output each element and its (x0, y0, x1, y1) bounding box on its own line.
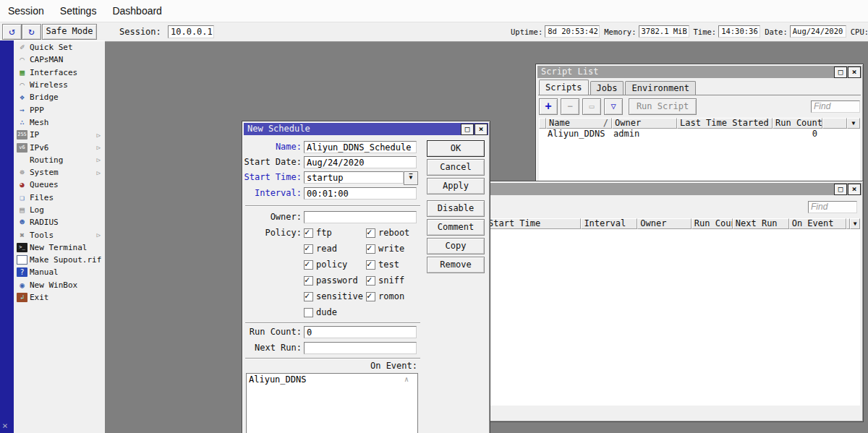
maximize-icon[interactable]: □ (461, 124, 474, 135)
script-find-input[interactable] (811, 100, 860, 113)
policy-sensitive-checkbox[interactable]: sensitive (304, 291, 363, 302)
ok-button[interactable]: OK (427, 140, 485, 157)
menu-dashboard[interactable]: Dashboard (104, 5, 170, 17)
owner-input[interactable] (304, 211, 417, 223)
redo-icon: ↻ (28, 25, 34, 37)
on-event-textarea[interactable]: Aliyun_DDNS (246, 373, 418, 433)
redo-button[interactable]: ↻ (22, 24, 41, 40)
sidebar-item-tools[interactable]: ✖Tools▷ (14, 228, 105, 241)
checkbox-icon (366, 244, 375, 254)
scroll-up-icon[interactable]: ∧ (404, 375, 409, 383)
script-list-titlebar[interactable]: Script List □ × (537, 66, 861, 78)
session-address[interactable]: 10.0.0.1 (168, 25, 214, 38)
sidebar-item-ipv6[interactable]: v6IPv6▷ (14, 141, 105, 153)
sidebar-item-queues[interactable]: ◕Queues (14, 179, 105, 191)
next-run-column-header[interactable]: Next Run (733, 218, 789, 229)
sidebar-item-system[interactable]: ☸System▷ (14, 166, 105, 179)
flag-column-header[interactable] (539, 118, 546, 129)
sidebar-item-files[interactable]: ❏Files (14, 192, 105, 204)
undo-button[interactable]: ↺ (2, 24, 22, 40)
start-time-dropdown-button[interactable]: ▼ (404, 171, 418, 185)
column-chooser-dropdown[interactable]: ▼ (850, 218, 860, 229)
maximize-icon[interactable]: □ (834, 67, 847, 78)
run-count-column-header[interactable]: Run Count (773, 118, 822, 129)
owner-column-header[interactable]: Owner (612, 118, 677, 129)
column-chooser-dropdown[interactable]: ▼ (847, 118, 860, 129)
policy-ftp-checkbox[interactable]: ftp (304, 227, 332, 239)
apply-button[interactable]: Apply (427, 178, 485, 194)
menu-settings[interactable]: Settings (52, 5, 105, 17)
run-script-button[interactable]: Run Script (629, 98, 697, 115)
owner-column-header[interactable]: Owner (637, 218, 692, 229)
time-label: Time: (694, 27, 717, 36)
sidebar-item-quick-set[interactable]: ✐Quick Set (14, 41, 105, 53)
policy-policy-checkbox[interactable]: policy (304, 259, 347, 270)
sidebar-item-capsman[interactable]: ◠CAPsMAN (14, 53, 105, 66)
ppp-icon: → (17, 106, 27, 115)
policy-sniff-checkbox[interactable]: sniff (366, 275, 404, 286)
sidebar-item-interfaces[interactable]: ▦Interfaces (14, 67, 105, 79)
tab-scripts[interactable]: Scripts (539, 80, 589, 95)
on-event-column-header[interactable]: On Event (789, 218, 847, 229)
sidebar-item-make-supout[interactable]: Make Supout.rif (14, 254, 105, 266)
start-date-input[interactable] (304, 156, 417, 168)
scheduler-titlebar[interactable]: □ × (436, 183, 861, 195)
interval-input[interactable] (304, 187, 417, 200)
filter-icon-button[interactable]: ▽ (604, 98, 623, 115)
tab-jobs[interactable]: Jobs (590, 81, 624, 95)
tab-environment[interactable]: Environment (625, 81, 695, 95)
policy-password-checkbox[interactable]: password (304, 275, 358, 286)
sidebar-item-ip[interactable]: 255IP▷ (14, 129, 105, 141)
sidebar-item-wireless[interactable]: ◠Wireless (14, 79, 105, 91)
script-table-row[interactable]: Aliyun_DDNS admin 0 (539, 129, 860, 139)
policy-read-checkbox[interactable]: read (304, 243, 337, 254)
new-schedule-titlebar[interactable]: New Schedule □ × (244, 123, 488, 135)
sidebar-item-bridge[interactable]: ❖Bridge (14, 91, 105, 103)
sidebar-item-new-terminal[interactable]: >_New Terminal (14, 241, 105, 254)
log-icon: ▤ (17, 205, 27, 215)
policy-reboot-checkbox[interactable]: reboot (366, 227, 409, 239)
sidebar-item-exit[interactable]: ↲Exit (14, 291, 105, 304)
copy-button[interactable]: Copy (427, 238, 485, 254)
remove-button[interactable]: − (561, 98, 579, 115)
run-count-input[interactable] (304, 326, 417, 338)
menu-session[interactable]: Session (0, 5, 52, 17)
start-time-input[interactable] (304, 171, 404, 184)
sidebar-item-radius[interactable]: ☻RADIUS (14, 216, 105, 228)
close-icon[interactable]: × (848, 67, 861, 78)
disable-button[interactable]: Disable (427, 200, 485, 217)
sidebar-item-mesh[interactable]: ∴Mesh (14, 116, 105, 129)
antenna-icon: ◠ (17, 55, 27, 64)
sidebar-item-ppp[interactable]: →PPP (14, 103, 105, 116)
add-button[interactable]: + (539, 98, 558, 115)
policy-romon-checkbox[interactable]: romon (366, 291, 404, 302)
maximize-icon[interactable]: □ (834, 184, 847, 195)
close-icon[interactable]: × (848, 184, 861, 195)
cancel-button[interactable]: Cancel (427, 159, 485, 176)
sidebar-item-new-winbox[interactable]: ◉New WinBox (14, 279, 105, 291)
policy-test-checkbox[interactable]: test (366, 259, 399, 270)
name-column-header[interactable]: Name/ (546, 118, 612, 129)
last-time-started-column-header[interactable]: Last Time Started (677, 118, 773, 129)
sidebar-item-manual[interactable]: ?Manual (14, 266, 105, 278)
safe-mode-button[interactable]: Safe Mode (42, 24, 97, 40)
mesh-icon: ∴ (17, 118, 27, 127)
sidebar-item-routing[interactable]: Routing▷ (14, 154, 105, 166)
run-count-column-header[interactable]: Run Count (692, 218, 733, 229)
scheduler-find-input[interactable] (808, 201, 857, 213)
terminal-icon: >_ (17, 243, 27, 252)
checkbox-icon (304, 308, 313, 317)
policy-dude-checkbox[interactable]: dude (304, 306, 337, 318)
copy-icon-button[interactable]: ▭ (582, 98, 601, 115)
on-event-label: On Event: (358, 360, 417, 372)
comment-button[interactable]: Comment (427, 219, 485, 236)
remove-button[interactable]: Remove (427, 257, 485, 273)
interval-column-header[interactable]: Interval (581, 218, 637, 229)
next-run-input[interactable] (304, 342, 417, 354)
collapse-sidebar-icon[interactable]: × (2, 420, 8, 431)
sidebar-item-log[interactable]: ▤Log (14, 204, 105, 216)
name-input[interactable] (304, 141, 417, 153)
close-icon[interactable]: × (475, 124, 488, 135)
policy-write-checkbox[interactable]: write (366, 243, 404, 254)
script-last-time-cell (676, 129, 772, 139)
